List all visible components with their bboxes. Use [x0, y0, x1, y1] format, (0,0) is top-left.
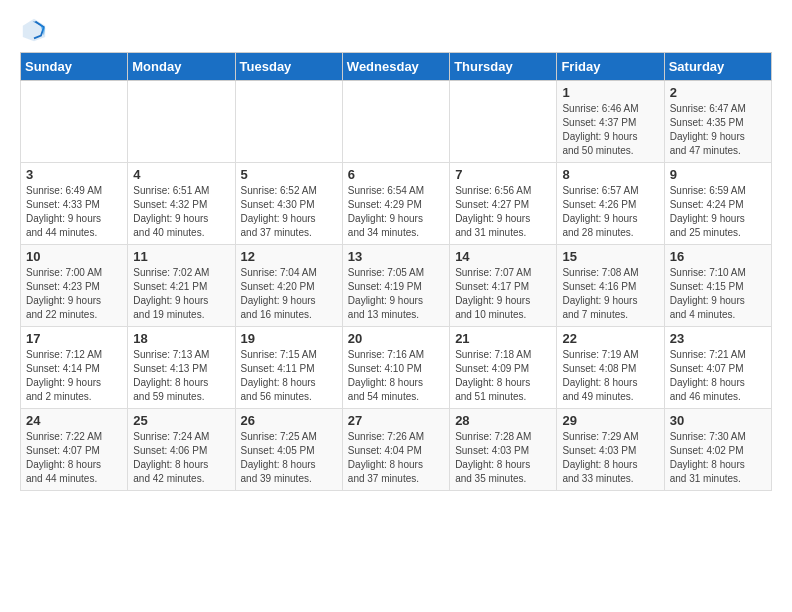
day-number: 25 — [133, 413, 229, 428]
day-detail: Sunrise: 6:54 AM Sunset: 4:29 PM Dayligh… — [348, 184, 444, 240]
day-cell: 29Sunrise: 7:29 AM Sunset: 4:03 PM Dayli… — [557, 409, 664, 491]
day-cell: 2Sunrise: 6:47 AM Sunset: 4:35 PM Daylig… — [664, 81, 771, 163]
day-cell: 16Sunrise: 7:10 AM Sunset: 4:15 PM Dayli… — [664, 245, 771, 327]
day-cell: 27Sunrise: 7:26 AM Sunset: 4:04 PM Dayli… — [342, 409, 449, 491]
day-detail: Sunrise: 7:29 AM Sunset: 4:03 PM Dayligh… — [562, 430, 658, 486]
day-cell: 9Sunrise: 6:59 AM Sunset: 4:24 PM Daylig… — [664, 163, 771, 245]
day-detail: Sunrise: 6:56 AM Sunset: 4:27 PM Dayligh… — [455, 184, 551, 240]
day-number: 18 — [133, 331, 229, 346]
day-detail: Sunrise: 7:21 AM Sunset: 4:07 PM Dayligh… — [670, 348, 766, 404]
day-cell: 25Sunrise: 7:24 AM Sunset: 4:06 PM Dayli… — [128, 409, 235, 491]
day-cell: 12Sunrise: 7:04 AM Sunset: 4:20 PM Dayli… — [235, 245, 342, 327]
day-number: 11 — [133, 249, 229, 264]
day-cell: 15Sunrise: 7:08 AM Sunset: 4:16 PM Dayli… — [557, 245, 664, 327]
day-number: 10 — [26, 249, 122, 264]
day-detail: Sunrise: 7:26 AM Sunset: 4:04 PM Dayligh… — [348, 430, 444, 486]
day-number: 19 — [241, 331, 337, 346]
day-cell — [128, 81, 235, 163]
calendar-header-row: SundayMondayTuesdayWednesdayThursdayFrid… — [21, 53, 772, 81]
day-number: 27 — [348, 413, 444, 428]
day-cell: 8Sunrise: 6:57 AM Sunset: 4:26 PM Daylig… — [557, 163, 664, 245]
week-row-3: 10Sunrise: 7:00 AM Sunset: 4:23 PM Dayli… — [21, 245, 772, 327]
day-cell: 10Sunrise: 7:00 AM Sunset: 4:23 PM Dayli… — [21, 245, 128, 327]
day-cell — [235, 81, 342, 163]
day-number: 17 — [26, 331, 122, 346]
day-number: 12 — [241, 249, 337, 264]
day-detail: Sunrise: 7:19 AM Sunset: 4:08 PM Dayligh… — [562, 348, 658, 404]
column-header-wednesday: Wednesday — [342, 53, 449, 81]
day-detail: Sunrise: 6:59 AM Sunset: 4:24 PM Dayligh… — [670, 184, 766, 240]
day-detail: Sunrise: 6:46 AM Sunset: 4:37 PM Dayligh… — [562, 102, 658, 158]
day-detail: Sunrise: 7:08 AM Sunset: 4:16 PM Dayligh… — [562, 266, 658, 322]
day-detail: Sunrise: 6:51 AM Sunset: 4:32 PM Dayligh… — [133, 184, 229, 240]
day-number: 7 — [455, 167, 551, 182]
day-detail: Sunrise: 7:05 AM Sunset: 4:19 PM Dayligh… — [348, 266, 444, 322]
day-number: 9 — [670, 167, 766, 182]
logo-icon — [20, 16, 48, 44]
day-detail: Sunrise: 7:22 AM Sunset: 4:07 PM Dayligh… — [26, 430, 122, 486]
day-detail: Sunrise: 7:04 AM Sunset: 4:20 PM Dayligh… — [241, 266, 337, 322]
day-detail: Sunrise: 7:07 AM Sunset: 4:17 PM Dayligh… — [455, 266, 551, 322]
week-row-5: 24Sunrise: 7:22 AM Sunset: 4:07 PM Dayli… — [21, 409, 772, 491]
day-cell: 14Sunrise: 7:07 AM Sunset: 4:17 PM Dayli… — [450, 245, 557, 327]
day-number: 8 — [562, 167, 658, 182]
day-number: 5 — [241, 167, 337, 182]
day-number: 22 — [562, 331, 658, 346]
day-cell: 23Sunrise: 7:21 AM Sunset: 4:07 PM Dayli… — [664, 327, 771, 409]
day-cell — [342, 81, 449, 163]
day-cell: 22Sunrise: 7:19 AM Sunset: 4:08 PM Dayli… — [557, 327, 664, 409]
day-detail: Sunrise: 6:57 AM Sunset: 4:26 PM Dayligh… — [562, 184, 658, 240]
day-detail: Sunrise: 7:24 AM Sunset: 4:06 PM Dayligh… — [133, 430, 229, 486]
day-detail: Sunrise: 6:47 AM Sunset: 4:35 PM Dayligh… — [670, 102, 766, 158]
day-number: 20 — [348, 331, 444, 346]
column-header-thursday: Thursday — [450, 53, 557, 81]
day-number: 15 — [562, 249, 658, 264]
day-cell: 3Sunrise: 6:49 AM Sunset: 4:33 PM Daylig… — [21, 163, 128, 245]
day-number: 1 — [562, 85, 658, 100]
day-cell: 26Sunrise: 7:25 AM Sunset: 4:05 PM Dayli… — [235, 409, 342, 491]
day-detail: Sunrise: 7:02 AM Sunset: 4:21 PM Dayligh… — [133, 266, 229, 322]
column-header-sunday: Sunday — [21, 53, 128, 81]
page-container: SundayMondayTuesdayWednesdayThursdayFrid… — [0, 0, 792, 501]
day-cell: 5Sunrise: 6:52 AM Sunset: 4:30 PM Daylig… — [235, 163, 342, 245]
day-detail: Sunrise: 7:30 AM Sunset: 4:02 PM Dayligh… — [670, 430, 766, 486]
day-detail: Sunrise: 6:52 AM Sunset: 4:30 PM Dayligh… — [241, 184, 337, 240]
day-detail: Sunrise: 7:25 AM Sunset: 4:05 PM Dayligh… — [241, 430, 337, 486]
day-number: 26 — [241, 413, 337, 428]
day-number: 29 — [562, 413, 658, 428]
day-number: 13 — [348, 249, 444, 264]
day-cell: 13Sunrise: 7:05 AM Sunset: 4:19 PM Dayli… — [342, 245, 449, 327]
day-number: 30 — [670, 413, 766, 428]
week-row-4: 17Sunrise: 7:12 AM Sunset: 4:14 PM Dayli… — [21, 327, 772, 409]
day-number: 16 — [670, 249, 766, 264]
day-number: 4 — [133, 167, 229, 182]
day-cell: 7Sunrise: 6:56 AM Sunset: 4:27 PM Daylig… — [450, 163, 557, 245]
day-cell: 11Sunrise: 7:02 AM Sunset: 4:21 PM Dayli… — [128, 245, 235, 327]
day-detail: Sunrise: 7:00 AM Sunset: 4:23 PM Dayligh… — [26, 266, 122, 322]
day-number: 6 — [348, 167, 444, 182]
day-cell — [450, 81, 557, 163]
week-row-2: 3Sunrise: 6:49 AM Sunset: 4:33 PM Daylig… — [21, 163, 772, 245]
column-header-monday: Monday — [128, 53, 235, 81]
logo — [20, 16, 52, 44]
day-detail: Sunrise: 7:16 AM Sunset: 4:10 PM Dayligh… — [348, 348, 444, 404]
day-number: 23 — [670, 331, 766, 346]
day-number: 3 — [26, 167, 122, 182]
column-header-saturday: Saturday — [664, 53, 771, 81]
day-cell: 20Sunrise: 7:16 AM Sunset: 4:10 PM Dayli… — [342, 327, 449, 409]
day-cell: 24Sunrise: 7:22 AM Sunset: 4:07 PM Dayli… — [21, 409, 128, 491]
day-number: 2 — [670, 85, 766, 100]
day-number: 28 — [455, 413, 551, 428]
header — [20, 16, 772, 44]
day-cell: 28Sunrise: 7:28 AM Sunset: 4:03 PM Dayli… — [450, 409, 557, 491]
day-detail: Sunrise: 7:13 AM Sunset: 4:13 PM Dayligh… — [133, 348, 229, 404]
day-detail: Sunrise: 7:12 AM Sunset: 4:14 PM Dayligh… — [26, 348, 122, 404]
day-number: 21 — [455, 331, 551, 346]
day-detail: Sunrise: 7:18 AM Sunset: 4:09 PM Dayligh… — [455, 348, 551, 404]
day-detail: Sunrise: 7:10 AM Sunset: 4:15 PM Dayligh… — [670, 266, 766, 322]
day-cell: 19Sunrise: 7:15 AM Sunset: 4:11 PM Dayli… — [235, 327, 342, 409]
day-cell: 18Sunrise: 7:13 AM Sunset: 4:13 PM Dayli… — [128, 327, 235, 409]
day-detail: Sunrise: 7:15 AM Sunset: 4:11 PM Dayligh… — [241, 348, 337, 404]
day-cell: 4Sunrise: 6:51 AM Sunset: 4:32 PM Daylig… — [128, 163, 235, 245]
day-cell: 21Sunrise: 7:18 AM Sunset: 4:09 PM Dayli… — [450, 327, 557, 409]
